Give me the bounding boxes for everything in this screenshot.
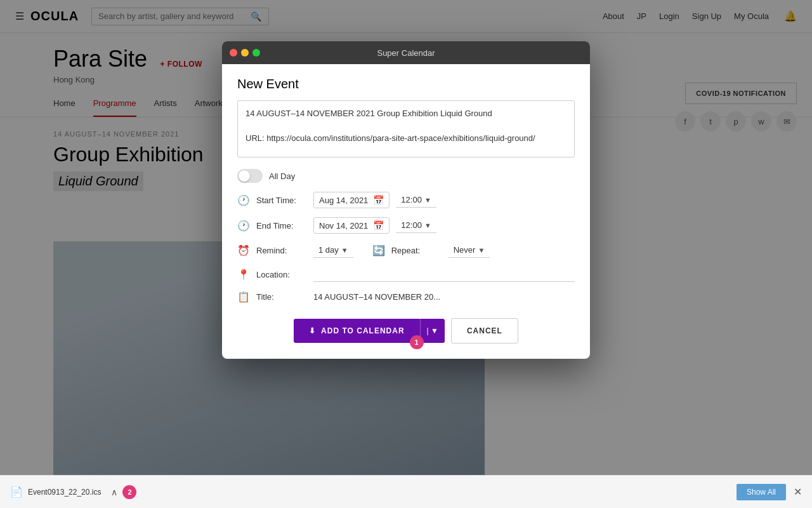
file-icon: 📄 <box>10 486 23 498</box>
download-badge-wrapper: 2 <box>122 485 136 499</box>
start-calendar-icon: 📅 <box>373 195 384 205</box>
add-to-calendar-dropdown[interactable]: | ▼ <box>420 319 445 343</box>
location-input[interactable] <box>313 267 575 282</box>
add-to-calendar-label: ADD TO CALENDAR <box>321 326 404 335</box>
all-day-row: All Day <box>237 169 575 183</box>
start-date-value: Aug 14, 2021 <box>319 196 368 205</box>
cancel-button[interactable]: CANCEL <box>451 318 518 344</box>
location-row: 📍 Location: <box>237 267 575 282</box>
title-label: Title: <box>256 292 307 302</box>
location-label: Location: <box>256 270 307 279</box>
add-to-calendar-badge: 1 <box>410 335 424 349</box>
modal-body: New Event 14 AUGUST–14 NOVEMBER 2021 Gro… <box>222 64 590 359</box>
start-time-value: 12:00 <box>401 195 422 204</box>
download-badge: 2 <box>122 485 136 499</box>
remind-chevron-icon: ▼ <box>341 246 348 254</box>
start-time-select[interactable]: 12:00 ▼ <box>396 192 436 208</box>
minimize-window-button[interactable] <box>241 49 249 57</box>
maximize-window-button[interactable] <box>252 49 260 57</box>
start-time-icon: 🕐 <box>237 194 250 206</box>
title-row: 📋 Title: 14 AUGUST–14 NOVEMBER 20... <box>237 291 575 303</box>
modal-title: Super Calendar <box>377 48 435 58</box>
download-icon: ⬇ <box>309 326 316 335</box>
repeat-value: Never <box>454 245 476 255</box>
remind-icon: ⏰ <box>237 244 250 257</box>
start-time-label: Start Time: <box>256 196 307 205</box>
repeat-select[interactable]: Never ▼ <box>449 243 490 258</box>
new-event-heading: New Event <box>237 77 575 91</box>
repeat-chevron-icon: ▼ <box>478 246 485 254</box>
location-icon: 📍 <box>237 269 250 281</box>
show-all-button[interactable]: Show All <box>737 484 786 500</box>
end-time-value: 12:00 <box>401 220 422 230</box>
file-name: Event0913_22_20.ics <box>28 488 101 497</box>
calendar-modal: Super Calendar New Event 14 AUGUST–14 NO… <box>222 41 590 359</box>
download-bar: 📄 Event0913_22_20.ics ∧ 2 Show All ✕ <box>0 475 812 508</box>
download-file-info: 📄 Event0913_22_20.ics ∧ 2 <box>10 485 737 499</box>
start-time-chevron-icon: ▼ <box>424 196 431 204</box>
event-description-textarea[interactable]: 14 AUGUST–14 NOVEMBER 2021 Group Exhibit… <box>237 100 575 157</box>
close-window-button[interactable] <box>230 49 237 57</box>
traffic-lights <box>230 49 260 57</box>
toggle-knob <box>239 170 250 182</box>
end-time-label: End Time: <box>256 221 307 231</box>
end-time-row: 🕐 End Time: Nov 14, 2021 📅 12:00 ▼ <box>237 217 575 234</box>
title-value: 14 AUGUST–14 NOVEMBER 20... <box>313 292 440 302</box>
add-to-calendar-button[interactable]: ⬇ ADD TO CALENDAR <box>294 319 419 343</box>
end-date-input[interactable]: Nov 14, 2021 📅 <box>313 217 390 234</box>
start-date-input[interactable]: Aug 14, 2021 📅 <box>313 192 390 208</box>
remind-repeat-row: ⏰ Remind: 1 day ▼ 🔄 Repeat: Never ▼ <box>237 243 575 258</box>
download-bar-actions: Show All ✕ <box>737 484 802 500</box>
modal-titlebar: Super Calendar <box>222 41 590 64</box>
end-time-select[interactable]: 12:00 ▼ <box>396 218 436 233</box>
title-icon: 📋 <box>237 291 250 303</box>
start-time-row: 🕐 Start Time: Aug 14, 2021 📅 12:00 ▼ <box>237 192 575 208</box>
add-to-calendar-wrapper: ⬇ ADD TO CALENDAR 1 <box>294 319 419 343</box>
all-day-toggle[interactable] <box>237 169 263 183</box>
end-date-value: Nov 14, 2021 <box>319 221 368 231</box>
repeat-icon: 🔄 <box>372 244 385 257</box>
remind-select[interactable]: 1 day ▼ <box>313 243 353 258</box>
remind-value: 1 day <box>318 245 339 255</box>
end-time-chevron-icon: ▼ <box>424 222 431 229</box>
all-day-toggle-container: All Day <box>237 169 295 183</box>
modal-footer: ⬇ ADD TO CALENDAR 1 | ▼ CANCEL <box>237 318 575 344</box>
all-day-label: All Day <box>269 171 295 181</box>
expand-icon[interactable]: ∧ <box>111 487 117 497</box>
end-time-icon: 🕐 <box>237 220 250 232</box>
remind-label: Remind: <box>256 246 307 255</box>
end-calendar-icon: 📅 <box>373 220 384 231</box>
repeat-label: Repeat: <box>391 246 442 255</box>
close-download-bar-button[interactable]: ✕ <box>794 486 802 498</box>
